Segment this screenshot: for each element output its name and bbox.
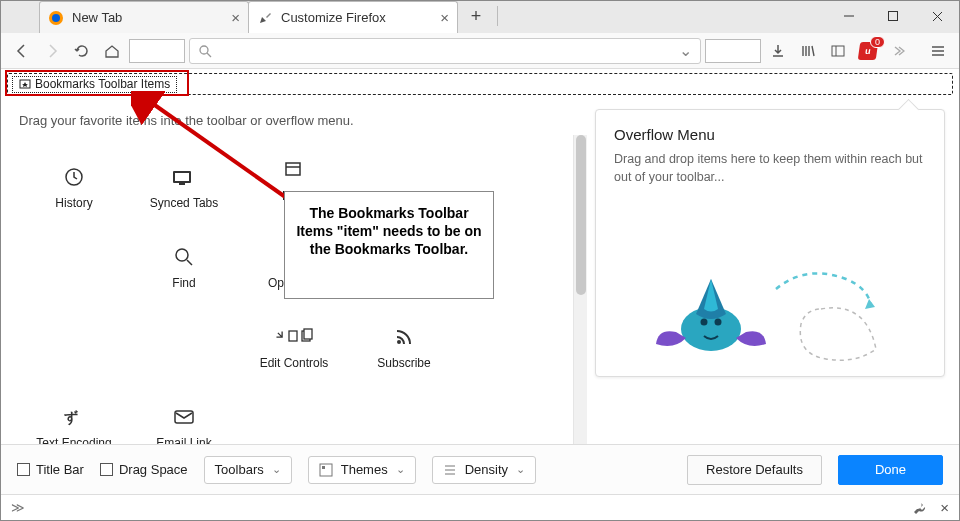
tab-new-tab[interactable]: New Tab × xyxy=(39,1,249,33)
text-encoding-icon: ず xyxy=(63,406,85,428)
close-icon[interactable]: × xyxy=(940,499,949,516)
synced-tabs-icon xyxy=(171,166,197,188)
customize-footer: Title Bar Drag Space Toolbars ⌄ Themes ⌄… xyxy=(1,444,959,494)
chevron-down-icon: ⌄ xyxy=(396,463,405,476)
svg-point-25 xyxy=(397,340,401,344)
paintbrush-icon xyxy=(257,10,273,26)
themes-icon xyxy=(319,463,333,477)
mail-icon xyxy=(173,406,195,428)
palette-item-subscribe[interactable]: Subscribe xyxy=(349,308,459,388)
back-button[interactable] xyxy=(9,38,35,64)
library-button[interactable] xyxy=(795,38,821,64)
checkbox-label: Drag Space xyxy=(119,462,188,477)
tab-label: Customize Firefox xyxy=(281,10,386,25)
ublock-count-badge: 0 xyxy=(870,36,885,48)
overflow-chevron-button[interactable] xyxy=(885,38,911,64)
wrench-icon[interactable] xyxy=(912,501,926,515)
dropdown-label: Toolbars xyxy=(215,462,264,477)
density-dropdown[interactable]: Density ⌄ xyxy=(432,456,536,484)
chevron-down-icon: ⌄ xyxy=(516,463,525,476)
svg-point-30 xyxy=(715,319,722,326)
annotation-callout: The Bookmarks Toolbar Items "item" needs… xyxy=(284,191,494,299)
svg-line-21 xyxy=(187,260,192,265)
palette-scrollbar[interactable] xyxy=(573,135,587,451)
checkbox-label: Title Bar xyxy=(36,462,84,477)
svg-point-29 xyxy=(701,319,708,326)
palette-label: Edit Controls xyxy=(260,356,329,370)
svg-rect-24 xyxy=(304,329,312,339)
firefox-icon xyxy=(48,10,64,26)
checkbox-box xyxy=(100,463,113,476)
palette-item-history[interactable]: History xyxy=(19,148,129,228)
search-field-small-2[interactable] xyxy=(705,39,761,63)
titlebar-checkbox[interactable]: Title Bar xyxy=(17,462,84,477)
svg-point-1 xyxy=(52,14,60,22)
palette-label: Find xyxy=(172,276,195,290)
edit-controls-icon xyxy=(274,326,314,348)
svg-rect-31 xyxy=(320,464,332,476)
density-icon xyxy=(443,463,457,477)
tab-label: New Tab xyxy=(72,10,122,25)
bookmarks-toolbar-items-widget[interactable]: Bookmarks Toolbar Items xyxy=(12,76,177,93)
svg-rect-27 xyxy=(175,411,193,423)
new-window-icon xyxy=(284,159,304,181)
customize-hint-text: Drag your favorite items into the toolba… xyxy=(19,113,565,128)
palette-label: History xyxy=(55,196,92,210)
svg-point-20 xyxy=(176,249,188,261)
tab-customize-firefox[interactable]: Customize Firefox × xyxy=(248,1,458,33)
bookmarks-toolbar-dropzone[interactable]: Bookmarks Toolbar Items xyxy=(7,73,953,95)
checkbox-box xyxy=(17,463,30,476)
palette-item-synced-tabs[interactable]: Synced Tabs xyxy=(129,148,239,228)
ublock-button[interactable]: u 0 xyxy=(855,38,881,64)
forward-button[interactable] xyxy=(39,38,65,64)
dropdown-label: Themes xyxy=(341,462,388,477)
svg-point-6 xyxy=(200,46,208,54)
dropdown-label: Density xyxy=(465,462,508,477)
clock-icon xyxy=(64,166,84,188)
svg-rect-3 xyxy=(889,12,898,21)
maximize-button[interactable] xyxy=(871,1,915,31)
themes-dropdown[interactable]: Themes ⌄ xyxy=(308,456,416,484)
new-tab-button[interactable]: + xyxy=(461,1,491,31)
browser-bottom-bar: ≫ × xyxy=(1,494,959,520)
bookmark-folder-icon xyxy=(19,78,31,90)
done-button[interactable]: Done xyxy=(838,455,943,485)
close-icon[interactable]: × xyxy=(231,9,240,26)
scrollbar-thumb[interactable] xyxy=(576,135,586,295)
window-titlebar: New Tab × Customize Firefox × + xyxy=(1,1,959,33)
home-button[interactable] xyxy=(99,38,125,64)
palette-item-edit-controls[interactable]: Edit Controls xyxy=(239,308,349,388)
downloads-button[interactable] xyxy=(765,38,791,64)
hamburger-menu-button[interactable] xyxy=(925,38,951,64)
window-controls xyxy=(827,1,959,31)
palette-label: Synced Tabs xyxy=(150,196,219,210)
close-icon[interactable]: × xyxy=(440,9,449,26)
url-bar[interactable]: ⌄ xyxy=(189,38,701,64)
dragspace-checkbox[interactable]: Drag Space xyxy=(100,462,188,477)
bookmarks-toolbar-items-label: Bookmarks Toolbar Items xyxy=(35,77,170,91)
close-window-button[interactable] xyxy=(915,1,959,31)
reload-button[interactable] xyxy=(69,38,95,64)
restore-defaults-button[interactable]: Restore Defaults xyxy=(687,455,822,485)
overflow-menu-panel[interactable]: Overflow Menu Drag and drop items here t… xyxy=(595,109,945,377)
minimize-button[interactable] xyxy=(827,1,871,31)
search-field-small[interactable] xyxy=(129,39,185,63)
chevron-down-icon: ⌄ xyxy=(272,463,281,476)
search-icon xyxy=(174,246,194,268)
svg-rect-32 xyxy=(322,466,325,469)
toolbars-dropdown[interactable]: Toolbars ⌄ xyxy=(204,456,292,484)
console-chevron-icon[interactable]: ≫ xyxy=(11,500,25,515)
svg-rect-8 xyxy=(832,46,844,56)
chevron-down-icon[interactable]: ⌄ xyxy=(679,41,692,60)
svg-line-7 xyxy=(207,53,211,57)
search-icon xyxy=(198,44,212,58)
palette-item-find[interactable]: Find xyxy=(129,228,239,308)
separator xyxy=(497,6,498,26)
svg-text:ず: ず xyxy=(64,409,78,426)
rss-icon xyxy=(394,326,414,348)
sidebar-button[interactable] xyxy=(825,38,851,64)
svg-rect-16 xyxy=(175,173,189,181)
svg-rect-17 xyxy=(179,183,185,185)
overflow-illustration xyxy=(626,254,916,364)
button-label: Done xyxy=(875,462,906,477)
